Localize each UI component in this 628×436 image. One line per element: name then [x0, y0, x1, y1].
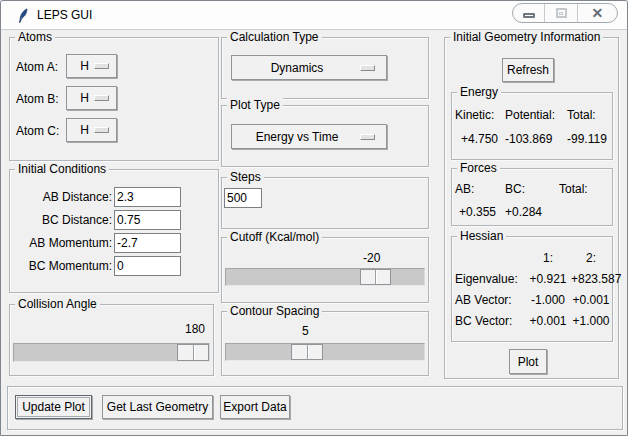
- hessian-corner: [455, 251, 525, 265]
- steps-input[interactable]: [224, 188, 262, 208]
- refresh-button[interactable]: Refresh: [502, 58, 554, 82]
- energy-group: Energy Kinetic: Potential: Total: +4.750…: [451, 92, 613, 160]
- hessian-title: Hessian: [457, 229, 506, 243]
- hessian-eigenvalue-2: +823.587: [571, 272, 611, 286]
- collision-angle-slider-thumb[interactable]: [177, 344, 209, 361]
- atom-a-optionmenu[interactable]: H: [66, 54, 117, 78]
- energy-value-kinetic: +4.750: [455, 132, 505, 146]
- initial-conditions-group: Initial Conditions AB Distance: BC Dista…: [9, 169, 219, 293]
- bc-distance-input[interactable]: [114, 210, 181, 230]
- ab-momentum-input[interactable]: [114, 233, 181, 253]
- energy-title: Energy: [457, 85, 501, 99]
- contour-spacing-slider-thumb[interactable]: [291, 344, 323, 360]
- contour-spacing-value: 5: [302, 324, 309, 338]
- tk-feather-icon: [16, 8, 30, 24]
- forces-title: Forces: [457, 161, 500, 175]
- export-data-button[interactable]: Export Data: [220, 395, 290, 419]
- collision-angle-slider[interactable]: [13, 343, 210, 362]
- energy-value-potential: -103.869: [505, 132, 567, 146]
- optionmenu-indicator-icon: [94, 95, 109, 101]
- atom-b-value: H: [80, 91, 89, 105]
- ab-distance-label: AB Distance:: [12, 190, 112, 204]
- energy-header-kinetic: Kinetic:: [455, 108, 505, 122]
- minimize-button[interactable]: [513, 4, 545, 22]
- forces-header-total: Total:: [559, 182, 609, 196]
- atom-b-label: Atom B:: [16, 92, 59, 106]
- optionmenu-indicator-icon: [360, 65, 375, 71]
- geometry-info-group: Initial Geometry Information Refresh Ene…: [444, 37, 619, 379]
- collision-angle-title: Collision Angle: [15, 297, 100, 311]
- optionmenu-indicator-icon: [94, 63, 109, 69]
- cutoff-slider[interactable]: [225, 268, 425, 286]
- steps-title: Steps: [227, 170, 264, 184]
- plot-type-optionmenu[interactable]: Energy vs Time: [231, 124, 387, 149]
- forces-header-bc: BC:: [505, 182, 559, 196]
- collision-angle-value: 180: [185, 322, 205, 336]
- hessian-ab-vector-2: +0.001: [571, 293, 611, 307]
- atom-b-optionmenu[interactable]: H: [66, 86, 117, 110]
- forces-group: Forces AB: BC: Total: +0.355 +0.284: [451, 168, 613, 226]
- hessian-row-label: BC Vector:: [455, 314, 525, 328]
- energy-header-potential: Potential:: [505, 108, 567, 122]
- title-bar[interactable]: LEPS GUI ✕: [1, 1, 627, 30]
- forces-value-total: [559, 205, 609, 219]
- ab-momentum-label: AB Momentum:: [12, 236, 112, 250]
- app-window: LEPS GUI ✕ Atoms Atom A: H Atom B: H Ato…: [0, 0, 628, 436]
- cutoff-value: -20: [363, 251, 380, 265]
- initial-conditions-title: Initial Conditions: [15, 162, 109, 176]
- forces-header-ab: AB:: [455, 182, 505, 196]
- caption-button-group: ✕: [512, 3, 618, 23]
- hessian-group: Hessian 1: 2: Eigenvalue: +0.921 +823.58…: [451, 236, 613, 342]
- window-title: LEPS GUI: [37, 8, 92, 22]
- update-plot-button[interactable]: Update Plot: [15, 395, 92, 419]
- hessian-col1-header: 1:: [525, 251, 571, 265]
- atoms-group-title: Atoms: [15, 30, 55, 44]
- hessian-eigenvalue-1: +0.921: [525, 272, 571, 286]
- hessian-col2-header: 2:: [571, 251, 611, 265]
- ab-distance-input[interactable]: [114, 187, 181, 207]
- maximize-icon: [556, 8, 567, 18]
- close-icon: ✕: [592, 6, 604, 20]
- close-button[interactable]: ✕: [578, 4, 617, 22]
- hessian-bc-vector-1: +0.001: [525, 314, 571, 328]
- calculation-type-title: Calculation Type: [227, 30, 322, 44]
- plot-type-group: Plot Type Energy vs Time: [221, 105, 429, 167]
- hessian-row-label: AB Vector:: [455, 293, 525, 307]
- steps-group: Steps: [221, 177, 429, 229]
- energy-value-total: -99.119: [567, 132, 611, 146]
- forces-value-ab: +0.355: [455, 205, 505, 219]
- cutoff-slider-thumb[interactable]: [360, 269, 391, 285]
- contour-spacing-slider[interactable]: [225, 343, 425, 361]
- hessian-row-label: Eigenvalue:: [455, 272, 525, 286]
- energy-header-total: Total:: [567, 108, 611, 122]
- plot-type-value: Energy vs Time: [256, 130, 339, 144]
- optionmenu-indicator-icon: [360, 134, 375, 140]
- hessian-ab-vector-1: -1.000: [525, 293, 571, 307]
- optionmenu-indicator-icon: [94, 127, 109, 133]
- forces-value-bc: +0.284: [505, 205, 559, 219]
- get-last-geometry-button[interactable]: Get Last Geometry: [102, 395, 213, 419]
- hessian-bc-vector-2: +1.000: [571, 314, 611, 328]
- footer-bar: Update Plot Get Last Geometry Export Dat…: [7, 386, 623, 430]
- calculation-type-optionmenu[interactable]: Dynamics: [231, 55, 387, 80]
- atom-c-label: Atom C:: [16, 124, 59, 138]
- atom-a-value: H: [80, 59, 89, 73]
- calculation-type-group: Calculation Type Dynamics: [221, 37, 429, 99]
- contour-spacing-group: Contour Spacing 5: [221, 311, 429, 376]
- contour-spacing-title: Contour Spacing: [227, 304, 322, 318]
- plot-type-title: Plot Type: [227, 98, 283, 112]
- atoms-group: Atoms Atom A: H Atom B: H Atom C: H: [9, 37, 219, 161]
- minimize-icon: [523, 13, 535, 18]
- maximize-button[interactable]: [545, 4, 577, 22]
- collision-angle-group: Collision Angle 180: [9, 304, 214, 376]
- atom-c-value: H: [80, 123, 89, 137]
- cutoff-group: Cutoff (Kcal/mol) -20: [221, 237, 429, 303]
- plot-button[interactable]: Plot: [509, 349, 547, 374]
- atom-c-optionmenu[interactable]: H: [66, 118, 117, 142]
- atom-a-label: Atom A:: [16, 60, 58, 74]
- cutoff-title: Cutoff (Kcal/mol): [227, 230, 322, 244]
- calculation-type-value: Dynamics: [271, 61, 324, 75]
- geometry-info-title: Initial Geometry Information: [450, 30, 603, 44]
- bc-distance-label: BC Distance:: [12, 213, 112, 227]
- bc-momentum-input[interactable]: [114, 256, 181, 276]
